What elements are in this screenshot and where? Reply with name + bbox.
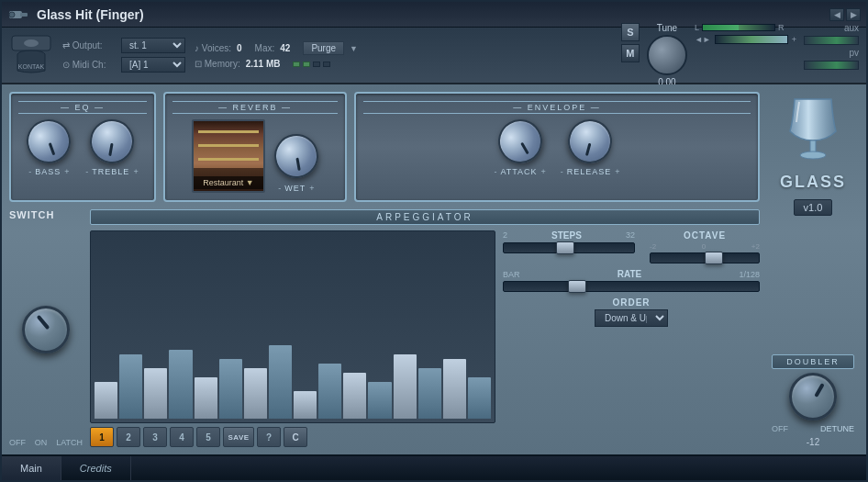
instrument-icon: KONTAK (9, 33, 53, 77)
reverb-image-label: Restaurant ▼ (194, 176, 263, 189)
rate-slider[interactable] (503, 281, 760, 292)
step-bar-13[interactable] (394, 354, 417, 419)
reverb-title: — REVERB — (172, 101, 338, 114)
treble-minus: - (85, 167, 88, 176)
order-section: ORDER Down & Up Up Down Random (503, 297, 760, 327)
voices-row: ♪ Voices: 0 Max: 42 Purge ▼ (195, 41, 358, 55)
step-bar-15[interactable] (443, 359, 466, 419)
step-preset-btn-5[interactable]: 5 (196, 427, 220, 447)
step-preset-btn-1[interactable]: 1 (90, 427, 114, 447)
step-bar-14[interactable] (418, 368, 441, 419)
output-row: ⇄ Output: st. 1 (62, 38, 185, 53)
step-bar-9[interactable] (294, 391, 317, 419)
reverb-image[interactable]: Restaurant ▼ (192, 119, 265, 193)
treble-plus: + (133, 167, 138, 176)
treble-label: TREBLE (92, 167, 129, 176)
order-select[interactable]: Down & Up Up Down Random (595, 309, 668, 327)
arp-title: ARPEGGIATOR (90, 209, 760, 225)
step-preset-btn-c[interactable]: C (284, 427, 307, 447)
attack-plus: + (541, 167, 546, 176)
tune-knob[interactable] (647, 35, 687, 75)
octave-min: -2 (650, 242, 656, 251)
step-preset-btn-4[interactable]: 4 (170, 427, 194, 447)
step-preset-btn-3[interactable]: 3 (143, 427, 167, 447)
rate-slider-thumb[interactable] (568, 280, 586, 293)
step-bar-16[interactable] (468, 377, 491, 419)
switch-labels: OFF ON LATCH (9, 438, 83, 447)
octave-slider[interactable] (650, 252, 760, 263)
step-preset-btn-save[interactable]: SAVE (223, 427, 254, 447)
octave-mid: 0 (702, 242, 706, 251)
nav-prev-button[interactable]: ◀ (829, 8, 844, 21)
step-bar-7[interactable] (244, 368, 267, 419)
envelope-knobs-row: - ATTACK + - RELEASE + (494, 119, 619, 176)
switch-off-label: OFF (9, 438, 26, 447)
doubler-labels: OFF DETUNE (772, 424, 854, 433)
right-panel: GLASS v1.0 DOUBLER OFF DETUNE -12 (767, 92, 859, 447)
step-bar-3[interactable] (144, 368, 167, 419)
attack-knob[interactable] (490, 111, 551, 172)
step-bar-5[interactable] (195, 377, 217, 419)
output-select[interactable]: st. 1 (121, 38, 185, 53)
nav-next-button[interactable]: ▶ (846, 8, 861, 21)
rate-header: BAR RATE 1/128 (503, 269, 760, 279)
switch-on-label: ON (35, 438, 48, 447)
steps-slider[interactable] (503, 242, 635, 253)
eq-panel: — EQ — - BASS + (9, 92, 156, 202)
release-plus: + (615, 167, 619, 176)
wet-knob[interactable] (271, 130, 322, 182)
voices-value: 0 (237, 43, 242, 53)
lr-bar: L R (695, 23, 796, 32)
step-bar-1[interactable] (95, 382, 117, 419)
treble-knob[interactable] (86, 116, 138, 167)
pv-bar (804, 61, 859, 70)
switch-knob-area (9, 224, 83, 434)
bar-label: BAR (503, 270, 520, 279)
mem-seg-2 (303, 62, 310, 67)
main-tab[interactable]: Main (2, 456, 61, 480)
rate-section: BAR RATE 1/128 (503, 269, 760, 292)
midi-select[interactable]: [A] 1 (121, 57, 185, 73)
step-bar-11[interactable] (343, 373, 366, 419)
switch-knob[interactable] (22, 306, 70, 353)
step-preset-btn-2[interactable]: 2 (117, 427, 140, 447)
credits-tab[interactable]: Credits (61, 456, 131, 480)
reverb-dropdown-arrow[interactable]: ▼ (246, 178, 254, 187)
glass-logo-text: GLASS (780, 173, 846, 192)
release-knob[interactable] (563, 115, 618, 169)
attack-label-row: - ATTACK + (494, 167, 545, 176)
octave-title: OCTAVE (650, 230, 760, 241)
arp-section: ARPEGGIATOR 12345SAVE?C (90, 209, 760, 447)
octave-slider-thumb[interactable] (705, 252, 723, 264)
s-button[interactable]: S (621, 23, 640, 41)
wrench-icon (7, 4, 29, 26)
step-bar-2[interactable] (119, 354, 142, 419)
switch-latch-label: LATCH (56, 438, 83, 447)
step-preset-btn-?[interactable]: ? (257, 427, 281, 447)
step-bar-6[interactable] (219, 359, 242, 419)
status-bar: Main Credits (2, 454, 866, 480)
envelope-panel: — ENVELOPE — - ATTACK + (354, 92, 760, 202)
detune-label: DETUNE (820, 424, 854, 433)
lr-slider[interactable] (702, 24, 775, 31)
rate-label: RATE (618, 269, 641, 279)
order-title: ORDER (612, 297, 650, 308)
attack-minus: - (494, 167, 496, 176)
step-bar-10[interactable] (318, 364, 341, 419)
bass-minus: - (28, 167, 31, 176)
purge-button[interactable]: Purge (303, 41, 344, 55)
m-button[interactable]: M (621, 44, 640, 62)
steps-min-label: 2 (503, 230, 507, 241)
step-bar-12[interactable] (368, 382, 391, 419)
attack-knob-group: - ATTACK + (494, 119, 545, 176)
wet-label-row: - WET + (278, 184, 314, 193)
svg-rect-1 (20, 13, 28, 17)
steps-slider-thumb[interactable] (556, 241, 574, 254)
step-bar-4[interactable] (169, 350, 192, 419)
doubler-knob[interactable] (789, 373, 837, 420)
step-bar-8[interactable] (269, 345, 292, 419)
svg-point-7 (800, 151, 826, 159)
sm-buttons: S M (621, 23, 640, 62)
bass-knob[interactable] (21, 113, 78, 170)
wet-minus: - (278, 184, 281, 193)
